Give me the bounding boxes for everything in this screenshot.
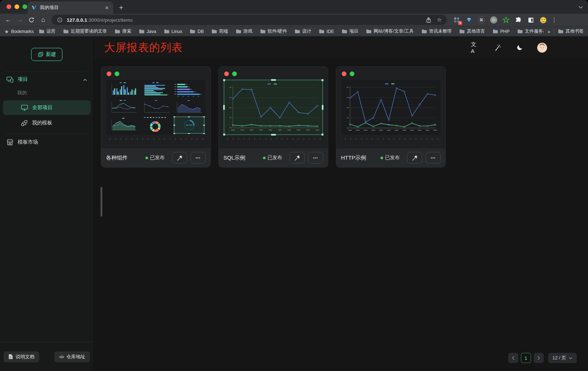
bookmark-folder[interactable]: 文件服务器 [517,28,544,34]
scrollbar-thumb[interactable] [100,187,102,217]
browser-tab[interactable]: 我的项目 [28,1,113,14]
sidebar: 新建 项目 我的 全部项目 [0,36,94,371]
window-controls[interactable] [7,4,27,9]
extensions-puzzle-icon[interactable] [514,15,523,25]
minimize-window-button[interactable] [15,4,19,9]
status-badge: 已发布 [263,154,283,161]
card-footer: HTTP示例 已发布 ••• [336,148,445,167]
bookmark-folder[interactable]: 前端 [211,28,228,34]
extension-camera-icon[interactable] [489,15,498,25]
bookmark-star-icon[interactable]: ☆ [435,16,443,24]
more-button[interactable]: ••• [425,152,441,164]
selection-handle[interactable] [223,79,225,81]
selection-handle[interactable] [271,134,276,136]
magic-wand-button[interactable] [493,43,502,52]
extension-command-icon[interactable]: ⌘ [477,15,486,25]
site-info-icon[interactable] [56,16,64,24]
bookmarks-star-icon: ★ [4,29,9,34]
folder-icon [260,29,266,34]
current-page[interactable]: 1 [521,353,531,363]
browser-menu-icon[interactable]: ⋮ [551,17,558,23]
hammer-icon [177,155,183,161]
bookmark-folder[interactable]: Linux [164,29,182,34]
extension-gem-icon[interactable] [464,15,474,25]
language-toggle-button[interactable]: 文A [471,43,480,52]
page-header: 大屏报表的列表 文A [94,36,588,59]
sidebar-item-my-templates[interactable]: 我的模板 [3,116,91,130]
project-card[interactable]: HTTP示例 已发布 ••• [336,66,446,168]
bookmark-folder[interactable]: 资讯未整理 [422,28,452,34]
bookmark-folder[interactable]: IDE [319,29,334,34]
bookmark-folder[interactable]: 游戏 [236,28,252,34]
home-button[interactable]: ⌂ [38,15,48,25]
selection-handle[interactable] [322,105,324,110]
template-flow-icon [21,120,28,126]
project-title: 各种组件 [106,154,128,161]
bookmark-folder[interactable]: 运营 [39,28,55,34]
user-avatar[interactable] [537,43,547,53]
extension-star-icon[interactable] [501,15,511,25]
sidebar-item-template-market[interactable]: 模板市场 [0,134,94,150]
project-thumbnail[interactable] [224,80,323,135]
repo-button[interactable]: </> 仓库地址 [54,351,90,362]
forward-button[interactable]: → [15,15,25,25]
bookmark-folder[interactable]: PHP [493,29,510,34]
next-page-button[interactable] [534,353,544,363]
document-icon [8,354,13,359]
dark-mode-moon-icon[interactable] [515,43,524,52]
extension-grid-icon[interactable]: 9 [452,15,461,25]
edit-button[interactable] [172,152,187,164]
project-thumbnail[interactable] [341,80,440,135]
bookmark-folder[interactable]: 搜索 [115,28,131,34]
pagination: 1 12 / 页 [508,353,577,363]
project-thumbnail[interactable]: 25.00% [106,80,205,135]
bookmark-folder[interactable]: 近期需要读的文章 [63,28,107,34]
close-window-button[interactable] [7,4,11,9]
share-icon[interactable] [424,16,432,24]
monitor-icon [21,105,28,111]
project-card[interactable]: SQL示例 已发布 ••• [218,66,328,168]
project-card[interactable]: 25.00% 各种组件 已发布 ••• [101,66,211,168]
sidebar-item-all-projects[interactable]: 全部项目 [3,100,91,115]
chevron-down-icon [569,357,572,359]
bookmark-folder[interactable]: Java [139,29,156,34]
selection-handle[interactable] [321,79,324,81]
bookmarks-overflow-chevron[interactable]: » [547,29,550,34]
bookmark-folder[interactable]: 其他语言 [459,28,485,34]
selection-handle[interactable] [321,133,324,136]
other-bookmarks[interactable]: 其他书签 [558,28,584,34]
selection-handle[interactable] [223,105,225,110]
bookmark-folders: 运营 近期需要读的文章 搜索 Java Linux DB 前端 游戏 软件/硬件… [39,28,544,34]
browser-window: 我的项目 ← → ⌂ 127.0.0.1:3000/#/project/item… [0,0,588,371]
more-button[interactable]: ••• [308,152,323,164]
url-text[interactable]: 127.0.0.1:3000/#/project/items [67,17,422,23]
bookmark-folder[interactable]: 网站/博客/文章/工具 [366,28,414,34]
bookmark-folder[interactable]: 软件/硬件 [260,28,287,34]
docs-button[interactable]: 说明文档 [4,351,39,362]
zoom-window-button[interactable] [22,4,27,9]
edit-button[interactable] [289,152,305,164]
reload-button[interactable] [27,15,36,25]
bookmark-folder[interactable]: 项目 [342,28,358,34]
address-bar[interactable]: 127.0.0.1:3000/#/project/items ☆ [52,15,447,25]
page-size-select[interactable]: 12 / 页 [548,353,577,363]
bookmark-folder[interactable]: DB [190,29,203,34]
folder-icon [366,29,371,34]
prev-page-button[interactable] [508,353,518,363]
bookmark-folder[interactable]: 设计 [295,28,311,34]
extension-square-icon[interactable] [526,15,535,25]
selection-handle[interactable] [223,133,225,136]
extension-emoji-icon[interactable] [538,15,548,25]
new-tab-button[interactable] [116,3,126,13]
tab-search-chevron-icon[interactable] [579,4,583,10]
more-button[interactable]: ••• [190,152,206,164]
new-project-button[interactable]: 新建 [31,48,62,61]
sidebar-section-project[interactable]: 项目 [0,71,94,87]
edit-button[interactable] [407,152,422,164]
tab-close-icon[interactable] [104,5,110,11]
chevron-up-icon[interactable] [83,77,87,82]
tab-title: 我的项目 [40,4,101,11]
bookmarks-root[interactable]: Bookmarks [11,29,34,34]
back-button[interactable]: ← [4,15,13,25]
selection-handle[interactable] [271,79,276,81]
